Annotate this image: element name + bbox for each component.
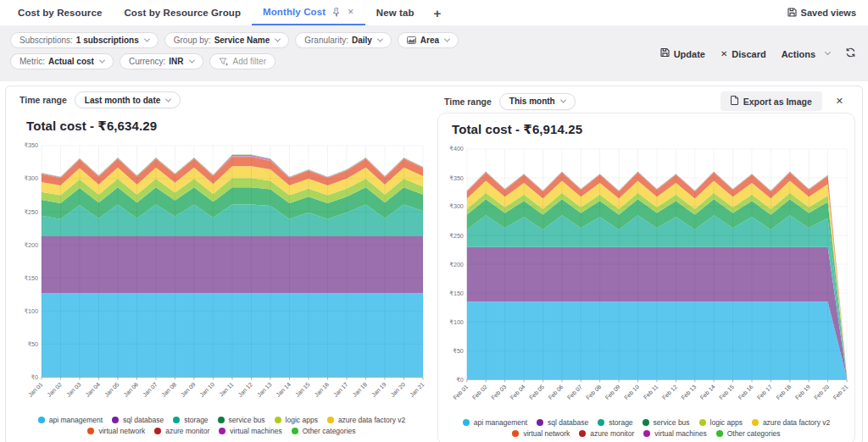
svg-text:Feb 20: Feb 20	[813, 384, 830, 401]
svg-text:Feb 08: Feb 08	[585, 384, 602, 401]
legend-label: azure data factory v2	[338, 416, 405, 424]
tab-close-icon[interactable]: ✕	[348, 8, 354, 16]
legend-item[interactable]: sql database	[537, 418, 588, 427]
svg-text:₹200: ₹200	[449, 262, 463, 268]
svg-text:Jan 17: Jan 17	[332, 381, 349, 398]
chevron-down-icon	[144, 36, 150, 42]
legend-dot-icon	[463, 419, 470, 426]
chevron-down-icon	[165, 96, 171, 102]
legend-dot-icon	[327, 417, 334, 423]
svg-text:Feb 21: Feb 21	[832, 384, 849, 401]
legend-item[interactable]: service bus	[218, 416, 265, 424]
time-range-label: Time range	[19, 95, 67, 105]
svg-text:Jan 14: Jan 14	[275, 381, 292, 398]
add-filter-icon	[219, 58, 229, 66]
legend-dot-icon	[173, 417, 180, 423]
add-filter-button[interactable]: Add filter	[209, 53, 275, 69]
export-as-image-button[interactable]: Export as Image	[721, 91, 822, 111]
time-range-selector[interactable]: This month	[499, 93, 576, 110]
legend-label: azure data factory v2	[763, 418, 830, 427]
svg-text:₹100: ₹100	[24, 308, 38, 315]
legend-item[interactable]: service bus	[643, 418, 690, 427]
legend-item[interactable]: sql database	[112, 416, 164, 424]
legend-item[interactable]: Other categories	[716, 429, 781, 438]
subscriptions-filter-label: Subscriptions:	[19, 36, 73, 45]
svg-text:₹0: ₹0	[31, 374, 38, 381]
tab-monthly-cost[interactable]: Monthly Cost ✕	[252, 0, 365, 25]
pin-icon[interactable]	[332, 8, 341, 17]
legend-dot-icon	[643, 419, 649, 426]
legend-item[interactable]: virtual machines	[219, 427, 281, 435]
panel-close-icon[interactable]: ✕	[836, 96, 843, 107]
legend-label: api management	[474, 418, 527, 427]
granularity-filter[interactable]: Granularity: Daily	[295, 32, 392, 48]
legend-item[interactable]: azure data factory v2	[327, 416, 405, 424]
refresh-icon	[845, 47, 856, 60]
legend-item[interactable]: virtual network	[87, 427, 145, 435]
svg-text:Jan 05: Jan 05	[103, 381, 120, 398]
svg-text:Feb 10: Feb 10	[623, 384, 640, 401]
panel-this-month: Time range This month Export as Image ✕ …	[434, 91, 859, 441]
svg-text:Jan 13: Jan 13	[256, 381, 273, 398]
svg-text:₹150: ₹150	[24, 275, 38, 282]
chart-type-selector[interactable]: Area	[398, 32, 459, 48]
legend-item[interactable]: Other categories	[292, 427, 356, 435]
metric-filter-label: Metric:	[19, 57, 45, 66]
legend-dot-icon	[219, 428, 225, 434]
legend-item[interactable]: azure monitor	[579, 429, 634, 438]
legend-item[interactable]: virtual machines	[643, 429, 706, 438]
update-label: Update	[674, 48, 705, 58]
add-tab-button[interactable]: +	[426, 0, 450, 25]
refresh-button[interactable]	[845, 47, 856, 60]
currency-filter[interactable]: Currency: INR	[120, 53, 203, 69]
legend-label: virtual network	[523, 429, 570, 438]
tab-cost-by-resource[interactable]: Cost by Resource	[7, 0, 113, 25]
legend-item[interactable]: virtual network	[512, 429, 570, 438]
update-button[interactable]: Update	[660, 48, 705, 59]
legend-item[interactable]: api management	[463, 418, 527, 427]
legend-item[interactable]: storage	[598, 418, 632, 427]
metric-filter-value: Actual cost	[48, 57, 94, 66]
charts-container: Time range Last month to date Total cost…	[5, 86, 863, 442]
chevron-down-icon	[560, 97, 566, 103]
legend-item[interactable]: storage	[173, 416, 208, 424]
stacked-area-chart[interactable]: ₹0₹50₹100₹150₹200₹250₹300₹350₹400Feb 01F…	[442, 141, 851, 418]
legend-item[interactable]: logic apps	[275, 416, 318, 424]
svg-text:Jan 07: Jan 07	[142, 381, 159, 398]
svg-text:Jan 16: Jan 16	[313, 381, 330, 398]
legend-item[interactable]: logic apps	[699, 418, 743, 427]
legend-item[interactable]: api management	[38, 416, 103, 424]
svg-text:Feb 16: Feb 16	[737, 384, 754, 401]
subscriptions-filter[interactable]: Subscriptions: 1 subscriptions	[10, 32, 159, 48]
saved-views-button[interactable]: Saved views	[787, 0, 856, 25]
group-by-filter[interactable]: Group by: Service Name	[164, 32, 290, 48]
panel-last-month-to-date: Time range Last month to date Total cost…	[9, 91, 434, 441]
actions-label: Actions	[782, 48, 815, 58]
svg-text:Feb 12: Feb 12	[661, 384, 678, 401]
legend-item[interactable]: azure data factory v2	[752, 418, 830, 427]
chart-title: Total cost - ₹6,914.25	[452, 122, 851, 137]
metric-filter[interactable]: Metric: Actual cost	[10, 53, 114, 69]
svg-text:Jan 10: Jan 10	[198, 381, 215, 398]
legend-label: virtual machines	[654, 429, 706, 438]
legend-item[interactable]: azure monitor	[154, 427, 209, 435]
svg-text:Feb 17: Feb 17	[756, 384, 773, 401]
legend-dot-icon	[537, 419, 543, 426]
svg-text:₹400: ₹400	[449, 146, 463, 152]
time-range-value: Last month to date	[85, 96, 160, 105]
filter-bar: Subscriptions: 1 subscriptions Group by:…	[0, 25, 868, 81]
time-range-value: This month	[509, 97, 555, 106]
tab-cost-by-resource-group[interactable]: Cost by Resource Group	[113, 0, 252, 25]
time-range-selector[interactable]: Last month to date	[75, 91, 181, 108]
svg-text:Feb 06: Feb 06	[547, 384, 564, 401]
discard-button[interactable]: ✕ Discard	[721, 48, 766, 58]
svg-text:Jan 01: Jan 01	[27, 381, 44, 398]
svg-text:Jan 08: Jan 08	[160, 381, 177, 398]
tab-bar: Cost by Resource Cost by Resource Group …	[0, 0, 868, 25]
stacked-area-chart[interactable]: ₹0₹50₹100₹150₹200₹250₹300₹350Jan 01Jan 0…	[16, 137, 427, 416]
subscriptions-filter-value: 1 subscriptions	[76, 36, 139, 45]
tab-new-tab[interactable]: New tab	[365, 0, 426, 25]
actions-dropdown[interactable]: Actions	[782, 48, 830, 58]
svg-text:Jan 02: Jan 02	[46, 381, 63, 398]
legend-label: Other categories	[303, 427, 356, 435]
